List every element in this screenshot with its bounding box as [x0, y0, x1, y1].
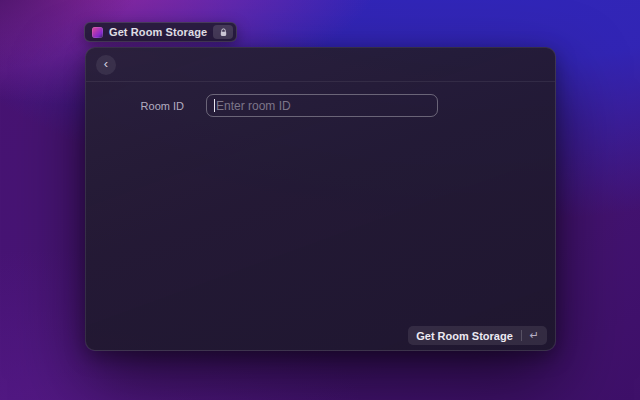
desktop-wallpaper: { "colors": { "wallpaper_purple": "#4715… — [0, 0, 640, 400]
text-cursor — [214, 99, 215, 112]
get-room-storage-window: ‹ Room ID Get Room Storage ↵ — [85, 47, 556, 351]
extension-icon — [92, 27, 103, 38]
back-button[interactable]: ‹ — [96, 55, 116, 75]
lock-icon — [219, 28, 228, 37]
room-id-input-wrap — [206, 94, 438, 117]
action-label: Get Room Storage — [416, 330, 513, 342]
lock-badge — [213, 25, 233, 39]
command-title: Get Room Storage — [109, 26, 207, 38]
get-room-storage-button[interactable]: Get Room Storage ↵ — [408, 326, 547, 345]
room-id-input[interactable] — [206, 94, 438, 117]
command-pill[interactable]: Get Room Storage — [84, 22, 237, 42]
back-chevron-icon: ‹ — [104, 57, 108, 70]
room-id-label: Room ID — [86, 100, 184, 112]
window-header: ‹ — [86, 48, 555, 82]
room-id-form-row: Room ID — [86, 94, 555, 117]
enter-key-icon: ↵ — [530, 330, 539, 341]
button-divider — [521, 330, 522, 341]
